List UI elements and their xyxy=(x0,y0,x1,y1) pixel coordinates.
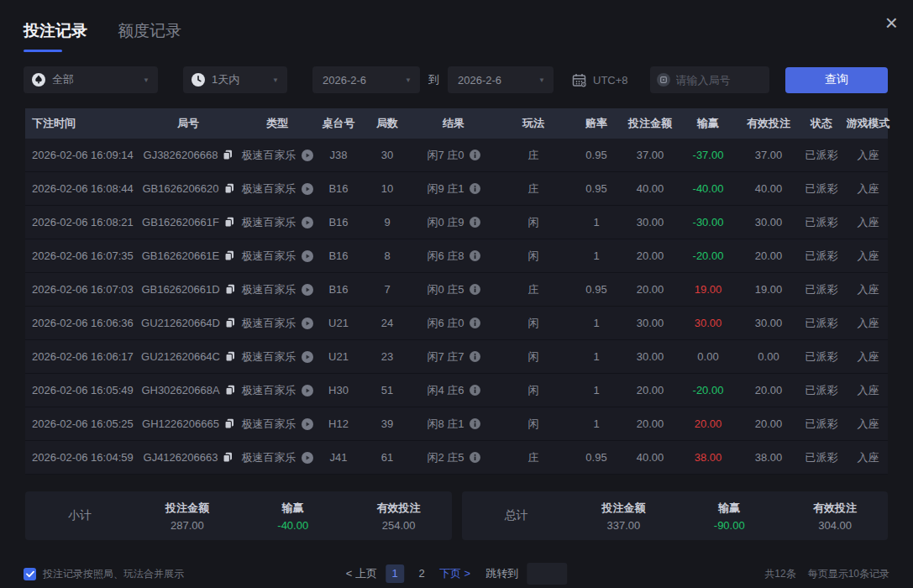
info-icon[interactable] xyxy=(470,217,480,228)
info-icon[interactable] xyxy=(470,318,480,328)
game-type-cell: 极速百家乐 xyxy=(242,383,312,398)
game-id: GU212620664C xyxy=(141,350,220,363)
game-type: 极速百家乐 xyxy=(242,417,296,432)
table-number: B16 xyxy=(312,216,365,228)
copy-icon[interactable] xyxy=(223,150,233,160)
page-button-1[interactable]: 1 xyxy=(386,564,404,583)
info-icon[interactable] xyxy=(470,418,480,429)
copy-icon[interactable] xyxy=(225,351,235,362)
copy-icon[interactable] xyxy=(225,284,235,295)
time-range-dropdown[interactable]: 1天内 ▼ xyxy=(183,66,287,93)
replay-icon[interactable] xyxy=(302,250,313,262)
table-row[interactable]: 2026-02-06 16:06:36 GU212620664D 极速百家乐 U… xyxy=(25,307,888,340)
play-type: 闲 xyxy=(497,349,569,365)
column-header: 局号 xyxy=(134,116,242,131)
info-icon[interactable] xyxy=(470,183,480,194)
total-records-count: 共12条 xyxy=(764,567,795,581)
win-loss: -20.00 xyxy=(677,384,739,396)
info-icon[interactable] xyxy=(470,150,480,160)
table-row[interactable]: 2026-02-06 16:05:49 GH302620668A 极速百家乐 H… xyxy=(25,374,888,407)
tab-quota-records[interactable]: 额度记录 xyxy=(118,20,181,42)
tab-bet-records[interactable]: 投注记录 xyxy=(24,20,87,52)
table-row[interactable]: 2026-02-06 16:09:14 GJ3826206668 极速百家乐 J… xyxy=(25,139,888,172)
column-header: 下注时间 xyxy=(25,116,134,131)
result-value: 闲6 庄8 xyxy=(427,249,464,264)
game-type: 极速百家乐 xyxy=(242,215,296,230)
replay-icon[interactable] xyxy=(302,452,313,464)
table-row[interactable]: 2026-02-06 16:08:21 GB162620661F 极速百家乐 B… xyxy=(25,206,888,239)
bet-amount: 37.00 xyxy=(623,149,677,161)
win-loss: -40.00 xyxy=(677,182,739,195)
copy-icon[interactable] xyxy=(224,250,234,261)
replay-icon[interactable] xyxy=(302,351,313,363)
copy-icon[interactable] xyxy=(224,183,234,194)
search-input[interactable] xyxy=(676,74,763,87)
copy-icon[interactable] xyxy=(224,418,234,429)
game-mode: 入座 xyxy=(845,316,891,331)
merge-display-option[interactable]: 投注记录按照局、玩法合并展示 xyxy=(24,567,184,581)
table-row[interactable]: 2026-02-06 16:06:17 GU212620664C 极速百家乐 U… xyxy=(25,340,888,374)
info-icon[interactable] xyxy=(470,351,480,362)
table-row[interactable]: 2026-02-06 16:08:44 GB1626206620 极速百家乐 B… xyxy=(25,172,888,206)
result-cell: 闲6 庄0 xyxy=(410,316,497,331)
copy-icon[interactable] xyxy=(223,452,233,463)
replay-icon[interactable] xyxy=(302,217,313,228)
page-button-2[interactable]: 2 xyxy=(412,564,431,583)
next-page-button[interactable]: 下页 > xyxy=(439,566,470,581)
table-number: J41 xyxy=(312,451,365,464)
result-value: 闲2 庄5 xyxy=(427,450,464,465)
total-box: 总计 投注金额 337.00 输赢 -90.00 有效投注 304.00 xyxy=(462,491,889,540)
replay-icon[interactable] xyxy=(302,418,313,430)
bet-amount: 30.00 xyxy=(623,317,677,329)
game-type-cell: 极速百家乐 xyxy=(242,349,312,365)
game-id-search[interactable] xyxy=(650,66,769,93)
merge-checkbox[interactable] xyxy=(24,568,36,580)
date-to-dropdown[interactable]: 2026-2-6 ▼ xyxy=(448,66,554,93)
round-count: 24 xyxy=(365,317,410,329)
prev-page-button[interactable]: < 上页 xyxy=(346,566,377,581)
status-badge: 已派彩 xyxy=(798,249,845,264)
tab-label: 投注记录 xyxy=(24,20,87,42)
status-badge: 已派彩 xyxy=(798,383,845,398)
table-row[interactable]: 2026-02-06 16:07:03 GB162620661D 极速百家乐 B… xyxy=(25,273,888,307)
info-icon[interactable] xyxy=(470,385,480,396)
result-cell: 闲0 庄9 xyxy=(410,215,497,230)
copy-icon[interactable] xyxy=(225,385,235,396)
game-type-cell: 极速百家乐 xyxy=(242,215,312,230)
subtotal-label: 小计 xyxy=(25,508,134,523)
valid-bet: 20.00 xyxy=(739,249,798,262)
page-jump-input[interactable] xyxy=(527,563,567,585)
odds: 0.95 xyxy=(569,451,623,464)
result-value: 闲8 庄1 xyxy=(427,417,464,432)
close-icon[interactable]: × xyxy=(885,12,898,34)
status-badge: 已派彩 xyxy=(798,316,845,331)
result-value: 闲6 庄0 xyxy=(427,316,464,331)
query-button[interactable]: 查询 xyxy=(785,67,888,93)
table-row[interactable]: 2026-02-06 16:04:59 GJ4126206663 极速百家乐 J… xyxy=(25,441,888,475)
game-id: GB162620661F xyxy=(142,216,219,228)
table-row[interactable]: 2026-02-06 16:07:35 GB162620661E 极速百家乐 B… xyxy=(25,239,888,273)
replay-icon[interactable] xyxy=(302,385,313,396)
replay-icon[interactable] xyxy=(302,284,313,296)
info-icon[interactable] xyxy=(470,452,480,463)
replay-icon[interactable] xyxy=(302,183,313,195)
date-from-dropdown[interactable]: 2026-2-6 ▼ xyxy=(312,66,420,93)
info-icon[interactable] xyxy=(470,284,480,295)
table-row[interactable]: 2026-02-06 16:05:25 GH1226206665 极速百家乐 H… xyxy=(25,407,888,441)
game-id-cell: GH302620668A xyxy=(134,384,242,396)
replay-icon[interactable] xyxy=(302,318,313,329)
game-type-dropdown[interactable]: 全部 ▼ xyxy=(24,66,158,93)
bet-records-table: 下注时间 局号 类型 桌台号 局数 结果 玩法 赔率 投注金额 输赢 有效投注 … xyxy=(25,108,888,475)
pagination: < 上页 1 2 下页 > 跳转到 xyxy=(346,563,567,585)
tab-label: 额度记录 xyxy=(118,20,181,42)
result-value: 闲4 庄6 xyxy=(427,383,464,398)
odds: 0.95 xyxy=(569,149,623,161)
copy-icon[interactable] xyxy=(225,318,235,328)
info-icon[interactable] xyxy=(470,250,480,261)
odds: 1 xyxy=(569,216,623,228)
game-type-cell: 极速百家乐 xyxy=(242,417,312,432)
total-label: 总计 xyxy=(462,508,571,523)
calendar-icon[interactable] xyxy=(572,73,587,87)
replay-icon[interactable] xyxy=(302,150,313,161)
copy-icon[interactable] xyxy=(224,217,234,228)
